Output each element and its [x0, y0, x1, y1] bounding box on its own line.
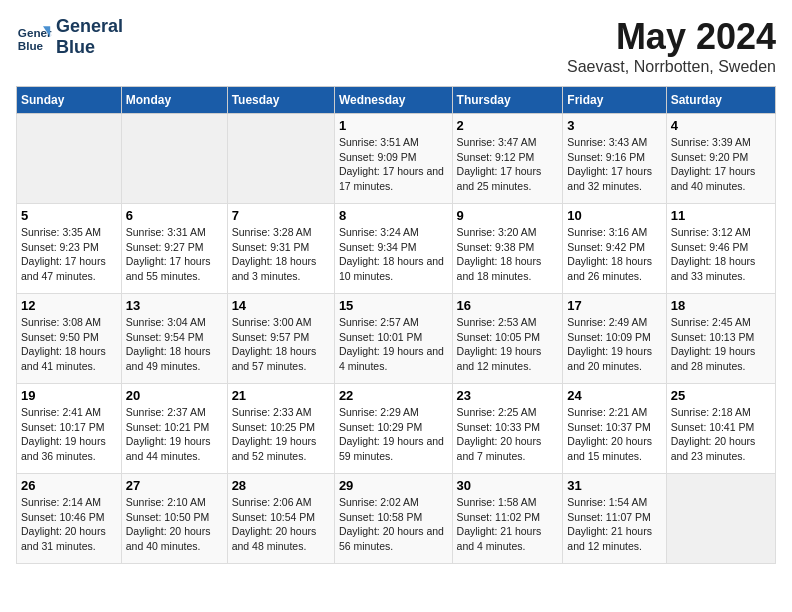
day-cell: 3Sunrise: 3:43 AMSunset: 9:16 PMDaylight…	[563, 114, 666, 204]
day-header-saturday: Saturday	[666, 87, 775, 114]
day-number: 20	[126, 388, 223, 403]
day-info: Sunrise: 2:37 AMSunset: 10:21 PMDaylight…	[126, 405, 223, 464]
title-block: May 2024 Saevast, Norrbotten, Sweden	[567, 16, 776, 76]
day-number: 6	[126, 208, 223, 223]
svg-text:Blue: Blue	[18, 39, 44, 52]
day-number: 13	[126, 298, 223, 313]
day-info: Sunrise: 2:29 AMSunset: 10:29 PMDaylight…	[339, 405, 448, 464]
day-info: Sunrise: 2:02 AMSunset: 10:58 PMDaylight…	[339, 495, 448, 554]
week-row-3: 12Sunrise: 3:08 AMSunset: 9:50 PMDayligh…	[17, 294, 776, 384]
day-number: 27	[126, 478, 223, 493]
day-cell: 30Sunrise: 1:58 AMSunset: 11:02 PMDaylig…	[452, 474, 563, 564]
day-cell: 12Sunrise: 3:08 AMSunset: 9:50 PMDayligh…	[17, 294, 122, 384]
day-cell: 22Sunrise: 2:29 AMSunset: 10:29 PMDaylig…	[334, 384, 452, 474]
logo: General Blue General Blue	[16, 16, 123, 58]
week-row-4: 19Sunrise: 2:41 AMSunset: 10:17 PMDaylig…	[17, 384, 776, 474]
day-number: 31	[567, 478, 661, 493]
day-info: Sunrise: 3:08 AMSunset: 9:50 PMDaylight:…	[21, 315, 117, 374]
day-number: 8	[339, 208, 448, 223]
day-cell: 15Sunrise: 2:57 AMSunset: 10:01 PMDaylig…	[334, 294, 452, 384]
day-cell	[227, 114, 334, 204]
day-info: Sunrise: 3:12 AMSunset: 9:46 PMDaylight:…	[671, 225, 771, 284]
day-info: Sunrise: 3:47 AMSunset: 9:12 PMDaylight:…	[457, 135, 559, 194]
day-info: Sunrise: 3:35 AMSunset: 9:23 PMDaylight:…	[21, 225, 117, 284]
day-info: Sunrise: 1:54 AMSunset: 11:07 PMDaylight…	[567, 495, 661, 554]
day-number: 23	[457, 388, 559, 403]
day-number: 5	[21, 208, 117, 223]
day-number: 17	[567, 298, 661, 313]
day-cell: 14Sunrise: 3:00 AMSunset: 9:57 PMDayligh…	[227, 294, 334, 384]
day-info: Sunrise: 2:10 AMSunset: 10:50 PMDaylight…	[126, 495, 223, 554]
day-info: Sunrise: 2:33 AMSunset: 10:25 PMDaylight…	[232, 405, 330, 464]
day-number: 11	[671, 208, 771, 223]
day-info: Sunrise: 3:39 AMSunset: 9:20 PMDaylight:…	[671, 135, 771, 194]
day-number: 18	[671, 298, 771, 313]
day-cell: 4Sunrise: 3:39 AMSunset: 9:20 PMDaylight…	[666, 114, 775, 204]
month-title: May 2024	[567, 16, 776, 58]
day-cell: 29Sunrise: 2:02 AMSunset: 10:58 PMDaylig…	[334, 474, 452, 564]
day-cell: 7Sunrise: 3:28 AMSunset: 9:31 PMDaylight…	[227, 204, 334, 294]
day-cell: 21Sunrise: 2:33 AMSunset: 10:25 PMDaylig…	[227, 384, 334, 474]
day-info: Sunrise: 3:24 AMSunset: 9:34 PMDaylight:…	[339, 225, 448, 284]
day-info: Sunrise: 3:43 AMSunset: 9:16 PMDaylight:…	[567, 135, 661, 194]
day-number: 28	[232, 478, 330, 493]
day-number: 3	[567, 118, 661, 133]
day-number: 1	[339, 118, 448, 133]
day-header-thursday: Thursday	[452, 87, 563, 114]
day-info: Sunrise: 2:21 AMSunset: 10:37 PMDaylight…	[567, 405, 661, 464]
week-row-5: 26Sunrise: 2:14 AMSunset: 10:46 PMDaylig…	[17, 474, 776, 564]
week-row-1: 1Sunrise: 3:51 AMSunset: 9:09 PMDaylight…	[17, 114, 776, 204]
day-number: 21	[232, 388, 330, 403]
logo-icon: General Blue	[16, 19, 52, 55]
day-info: Sunrise: 3:31 AMSunset: 9:27 PMDaylight:…	[126, 225, 223, 284]
day-number: 26	[21, 478, 117, 493]
location-subtitle: Saevast, Norrbotten, Sweden	[567, 58, 776, 76]
day-cell: 26Sunrise: 2:14 AMSunset: 10:46 PMDaylig…	[17, 474, 122, 564]
day-cell: 27Sunrise: 2:10 AMSunset: 10:50 PMDaylig…	[121, 474, 227, 564]
day-info: Sunrise: 3:20 AMSunset: 9:38 PMDaylight:…	[457, 225, 559, 284]
day-number: 24	[567, 388, 661, 403]
day-number: 22	[339, 388, 448, 403]
day-header-wednesday: Wednesday	[334, 87, 452, 114]
day-info: Sunrise: 2:06 AMSunset: 10:54 PMDaylight…	[232, 495, 330, 554]
day-info: Sunrise: 2:18 AMSunset: 10:41 PMDaylight…	[671, 405, 771, 464]
day-cell: 11Sunrise: 3:12 AMSunset: 9:46 PMDayligh…	[666, 204, 775, 294]
day-number: 9	[457, 208, 559, 223]
day-info: Sunrise: 2:53 AMSunset: 10:05 PMDaylight…	[457, 315, 559, 374]
day-info: Sunrise: 3:51 AMSunset: 9:09 PMDaylight:…	[339, 135, 448, 194]
day-cell: 10Sunrise: 3:16 AMSunset: 9:42 PMDayligh…	[563, 204, 666, 294]
day-cell: 24Sunrise: 2:21 AMSunset: 10:37 PMDaylig…	[563, 384, 666, 474]
day-info: Sunrise: 2:57 AMSunset: 10:01 PMDaylight…	[339, 315, 448, 374]
day-cell: 16Sunrise: 2:53 AMSunset: 10:05 PMDaylig…	[452, 294, 563, 384]
day-info: Sunrise: 2:45 AMSunset: 10:13 PMDaylight…	[671, 315, 771, 374]
day-number: 25	[671, 388, 771, 403]
week-row-2: 5Sunrise: 3:35 AMSunset: 9:23 PMDaylight…	[17, 204, 776, 294]
day-header-sunday: Sunday	[17, 87, 122, 114]
day-number: 15	[339, 298, 448, 313]
day-info: Sunrise: 3:00 AMSunset: 9:57 PMDaylight:…	[232, 315, 330, 374]
day-number: 2	[457, 118, 559, 133]
logo-general: General	[56, 16, 123, 37]
day-cell: 2Sunrise: 3:47 AMSunset: 9:12 PMDaylight…	[452, 114, 563, 204]
day-number: 29	[339, 478, 448, 493]
day-number: 14	[232, 298, 330, 313]
calendar-table: SundayMondayTuesdayWednesdayThursdayFrid…	[16, 86, 776, 564]
day-cell: 1Sunrise: 3:51 AMSunset: 9:09 PMDaylight…	[334, 114, 452, 204]
day-cell	[121, 114, 227, 204]
day-cell: 25Sunrise: 2:18 AMSunset: 10:41 PMDaylig…	[666, 384, 775, 474]
day-cell	[666, 474, 775, 564]
day-cell: 31Sunrise: 1:54 AMSunset: 11:07 PMDaylig…	[563, 474, 666, 564]
days-header-row: SundayMondayTuesdayWednesdayThursdayFrid…	[17, 87, 776, 114]
page-header: General Blue General Blue May 2024 Saeva…	[16, 16, 776, 76]
day-info: Sunrise: 1:58 AMSunset: 11:02 PMDaylight…	[457, 495, 559, 554]
day-info: Sunrise: 3:28 AMSunset: 9:31 PMDaylight:…	[232, 225, 330, 284]
day-number: 30	[457, 478, 559, 493]
day-cell: 13Sunrise: 3:04 AMSunset: 9:54 PMDayligh…	[121, 294, 227, 384]
day-info: Sunrise: 2:41 AMSunset: 10:17 PMDaylight…	[21, 405, 117, 464]
day-number: 16	[457, 298, 559, 313]
day-cell: 19Sunrise: 2:41 AMSunset: 10:17 PMDaylig…	[17, 384, 122, 474]
day-info: Sunrise: 2:25 AMSunset: 10:33 PMDaylight…	[457, 405, 559, 464]
day-info: Sunrise: 2:49 AMSunset: 10:09 PMDaylight…	[567, 315, 661, 374]
day-number: 12	[21, 298, 117, 313]
day-cell: 8Sunrise: 3:24 AMSunset: 9:34 PMDaylight…	[334, 204, 452, 294]
